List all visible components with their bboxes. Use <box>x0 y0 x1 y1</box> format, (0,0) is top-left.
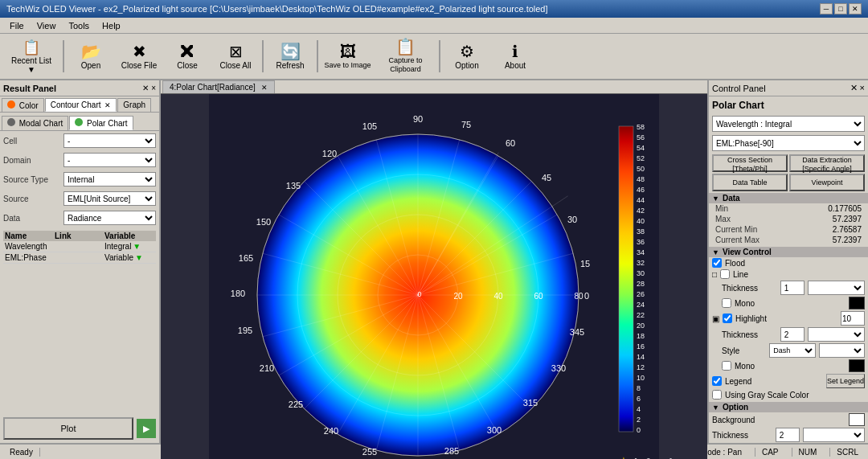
eml-phase-select[interactable]: EML:Phase[-90] <box>712 135 865 151</box>
line-mono-color[interactable] <box>849 297 865 309</box>
close-file-button[interactable]: ✖ Close File <box>116 35 162 77</box>
sub-tab-polar-chart[interactable]: Polar Chart <box>69 116 133 130</box>
dropdown-arrow-eml[interactable]: ▼ <box>135 253 154 262</box>
cp-btn-row-1: Cross Section[Theta/Phi] Data Extraction… <box>712 154 865 172</box>
menu-view[interactable]: View <box>31 19 63 32</box>
tab-contour-chart[interactable]: Contour Chart ✕ <box>45 98 117 112</box>
highlight-collapse-arrow[interactable]: ▣ <box>712 314 719 323</box>
source-type-select[interactable]: Internal <box>63 172 156 186</box>
viewpoint-button[interactable]: Viewpoint <box>789 174 865 191</box>
result-panel-close[interactable]: ✕ × <box>142 84 156 92</box>
var-name-eml: EML:Phase <box>5 253 55 262</box>
line-collapse-arrow[interactable]: □ <box>712 270 717 279</box>
style-select[interactable]: Dash <box>769 343 815 358</box>
maximize-button[interactable]: □ <box>834 3 847 14</box>
data-select[interactable]: Radiance <box>63 211 156 225</box>
control-panel-close[interactable]: ✕ × <box>850 83 865 93</box>
save-to-image-label: Save to Image <box>324 61 371 70</box>
option-section-header[interactable]: ▼ Option <box>709 402 868 412</box>
doc-tab-polar[interactable]: 4:Polar Chart[Radiance] ✕ <box>162 80 275 93</box>
var-row-wavelength[interactable]: Wavelength Integral ▼ <box>3 241 156 252</box>
flood-checkbox[interactable] <box>712 258 722 268</box>
dropdown-arrow-wavelength[interactable]: ▼ <box>133 242 154 251</box>
highlight-mono-row: Mono <box>709 359 868 373</box>
svg-text:28: 28 <box>637 280 645 288</box>
current-max-label: Current Max <box>715 236 833 244</box>
control-panel-header: Control Panel ✕ × <box>709 80 868 96</box>
wavelength-select[interactable]: Wavelength : Integral <box>712 116 865 132</box>
highlight-checkbox[interactable] <box>723 314 732 323</box>
highlight-label: Highlight <box>735 314 767 323</box>
highlight-mono-checkbox[interactable] <box>722 361 731 371</box>
current-max-row: Current Max 57.2397 <box>709 235 868 245</box>
close-button[interactable]: 🗙 Close <box>164 35 211 77</box>
cell-select[interactable]: - <box>63 133 156 148</box>
data-section-header[interactable]: ▼ Data <box>709 193 868 203</box>
highlight-input[interactable] <box>841 311 865 326</box>
menu-file[interactable]: File <box>3 19 31 32</box>
line-mono-checkbox[interactable] <box>722 298 731 308</box>
highlight-thickness-input[interactable] <box>780 327 805 342</box>
plot-button[interactable]: Plot <box>3 417 133 440</box>
plot-run-arrow[interactable]: ▶ <box>137 419 156 438</box>
svg-text:6: 6 <box>637 395 641 403</box>
open-icon: 📂 <box>81 43 101 59</box>
legend-checkbox[interactable] <box>712 376 722 386</box>
tab-contour-close[interactable]: ✕ <box>104 101 111 109</box>
menu-help[interactable]: Help <box>96 19 127 32</box>
tab-color[interactable]: Color <box>2 98 44 112</box>
svg-text:46: 46 <box>637 186 645 194</box>
sub-tab-modal-chart[interactable]: Modal Chart <box>2 116 68 130</box>
svg-text:38: 38 <box>637 227 645 236</box>
line-row: □ Line <box>709 268 868 280</box>
data-extraction-button[interactable]: Data Extraction[Specific Angle] <box>789 154 865 172</box>
var-row-eml-phase[interactable]: EML:Phase Variable ▼ <box>3 252 156 264</box>
view-control-header[interactable]: ▼ View Control <box>709 247 868 257</box>
svg-text:34: 34 <box>637 248 645 256</box>
cross-section-button[interactable]: Cross Section[Theta/Phi] <box>712 154 788 172</box>
data-table-button[interactable]: Data Table <box>712 174 788 191</box>
highlight-mono-color[interactable] <box>849 359 865 372</box>
source-select[interactable]: EML[Unit Source] <box>63 191 156 206</box>
line-checkbox[interactable] <box>720 269 730 279</box>
svg-text:255: 255 <box>362 447 377 457</box>
open-button[interactable]: 📂 Open <box>68 35 114 77</box>
set-legend-button[interactable]: Set Legend <box>826 374 865 388</box>
close-all-button[interactable]: ⊠ Close All <box>212 35 259 77</box>
svg-text:26: 26 <box>637 290 645 298</box>
doc-tab-close[interactable]: ✕ <box>261 84 268 92</box>
option-button[interactable]: ⚙ Option <box>444 35 490 77</box>
domain-select[interactable]: - <box>63 153 156 167</box>
doc-tabs: 4:Polar Chart[Radiance] ✕ <box>161 80 707 94</box>
refresh-button[interactable]: 🔄 Refresh <box>267 35 313 77</box>
menu-bar: File View Tools Help <box>0 18 868 34</box>
svg-text:165: 165 <box>239 253 253 263</box>
capture-button[interactable]: 📋 Capture to Clipboard <box>375 35 436 77</box>
svg-text:330: 330 <box>551 363 566 373</box>
save-to-image-icon: 🖼 <box>340 43 356 59</box>
svg-text:18: 18 <box>637 332 645 340</box>
svg-text:285: 285 <box>444 446 459 456</box>
background-color[interactable] <box>849 413 865 426</box>
line-thickness-label: Thickness <box>722 284 777 293</box>
menu-tools[interactable]: Tools <box>62 19 96 32</box>
save-to-image-button[interactable]: 🖼 Save to Image <box>321 35 374 77</box>
close-window-button[interactable]: ✕ <box>849 3 862 14</box>
about-button[interactable]: ℹ About <box>492 35 538 77</box>
line-thickness-dropdown[interactable] <box>808 281 865 295</box>
min-label: Min <box>715 204 828 213</box>
chart-area: 90 75 60 45 30 15 0 345 330 315 300 285 … <box>161 94 707 459</box>
highlight-thickness-dropdown[interactable] <box>808 327 865 342</box>
line-label: Line <box>733 270 748 279</box>
tab-graph[interactable]: Graph <box>117 98 151 112</box>
cp-thickness-dropdown[interactable] <box>803 428 865 442</box>
gray-scale-checkbox[interactable] <box>712 390 722 400</box>
source-label: Source <box>3 195 63 203</box>
line-thickness-input[interactable] <box>780 281 805 295</box>
recent-list-button[interactable]: 📋 Recent List ▼ <box>3 35 59 77</box>
highlight-row: ▣ Highlight <box>709 310 868 326</box>
minimize-button[interactable]: ─ <box>820 3 833 14</box>
style-dropdown2[interactable] <box>819 343 865 358</box>
main-layout: Result Panel ✕ × Color Contour Chart ✕ G… <box>0 80 868 443</box>
cp-thickness-input[interactable] <box>776 428 800 442</box>
